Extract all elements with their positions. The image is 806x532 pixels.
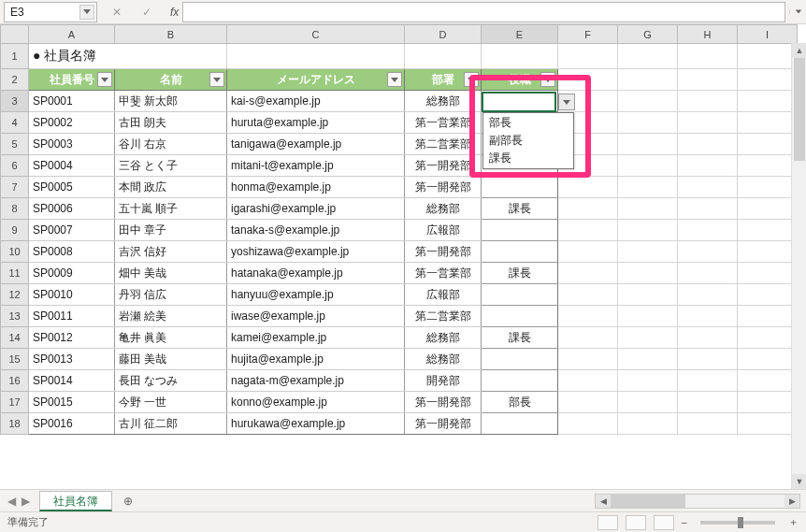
cell-dept[interactable]: 広報部 <box>405 284 482 306</box>
dropdown-option[interactable]: 部長 <box>483 114 573 132</box>
header-dept[interactable]: 部署 <box>405 69 482 91</box>
row-header[interactable]: 9 <box>1 220 29 241</box>
cell-mail[interactable]: mitani-t@example.jp <box>227 155 405 177</box>
cell-employeeno[interactable]: SP0006 <box>29 198 115 220</box>
filter-icon[interactable] <box>209 72 224 87</box>
view-normal-button[interactable] <box>597 515 618 530</box>
cell-role[interactable] <box>482 220 558 241</box>
name-box[interactable]: E3 <box>4 2 97 22</box>
row-header[interactable]: 2 <box>1 69 29 91</box>
row-header[interactable]: 16 <box>1 370 29 392</box>
row-header[interactable]: 11 <box>1 263 29 284</box>
header-mail[interactable]: メールアドレス <box>227 69 405 91</box>
zoom-slider-knob[interactable] <box>738 517 743 528</box>
cell-employeeno[interactable]: SP0010 <box>29 284 115 306</box>
cell-name[interactable]: 長田 なつみ <box>115 370 227 392</box>
cell-mail[interactable]: kai-s@example.jp <box>227 91 405 112</box>
cell-role[interactable]: 部長 <box>482 392 558 413</box>
col-header[interactable]: H <box>678 25 738 44</box>
col-header[interactable]: I <box>738 25 798 44</box>
cell-dept[interactable]: 総務部 <box>405 327 482 349</box>
cell-name[interactable]: 亀井 眞美 <box>115 327 227 349</box>
cell-mail[interactable]: konno@example.jp <box>227 392 405 413</box>
cell-employeeno[interactable]: SP0001 <box>29 91 115 112</box>
cell-name[interactable]: 古川 征二郎 <box>115 413 227 435</box>
cell-name[interactable]: 甲斐 新太郎 <box>115 91 227 112</box>
row-header[interactable]: 7 <box>1 177 29 198</box>
cell-dept[interactable]: 第二営業部 <box>405 134 482 155</box>
dropdown-option[interactable]: 副部長 <box>483 132 573 150</box>
row-header[interactable]: 13 <box>1 306 29 327</box>
data-validation-dropdown-list[interactable]: 部長 副部長 課長 <box>482 112 574 169</box>
row-header[interactable]: 3 <box>1 91 29 112</box>
row-header[interactable]: 4 <box>1 112 29 134</box>
cell-employeeno[interactable]: SP0007 <box>29 220 115 241</box>
view-pagebreak-button[interactable] <box>654 515 674 530</box>
row-header[interactable]: 17 <box>1 392 29 413</box>
header-role[interactable]: 役職 <box>482 69 558 91</box>
data-validation-dropdown-button[interactable] <box>558 93 575 110</box>
cell-name[interactable]: 岩瀬 絵美 <box>115 306 227 327</box>
zoom-slider[interactable] <box>700 521 775 525</box>
dropdown-option[interactable]: 課長 <box>483 150 573 167</box>
row-header[interactable]: 14 <box>1 327 29 349</box>
cell-mail[interactable]: tanigawa@example.jp <box>227 134 405 155</box>
cell-dept[interactable]: 第一営業部 <box>405 263 482 284</box>
cell-dept[interactable]: 第一開発部 <box>405 413 482 435</box>
cell-dept[interactable]: 広報部 <box>405 220 482 241</box>
filter-icon[interactable] <box>387 72 402 87</box>
select-all-corner[interactable] <box>1 25 29 44</box>
name-box-dropdown[interactable] <box>79 5 94 20</box>
scroll-thumb[interactable] <box>611 495 685 508</box>
cell-employeeno[interactable]: SP0015 <box>29 392 115 413</box>
enter-icon[interactable]: ✓ <box>137 3 157 22</box>
cell-employeeno[interactable]: SP0004 <box>29 155 115 177</box>
cell-name[interactable]: 田中 章子 <box>115 220 227 241</box>
cell-employeeno[interactable]: SP0002 <box>29 112 115 134</box>
row-header[interactable]: 18 <box>1 413 29 435</box>
scroll-up-button[interactable]: ▲ <box>792 43 806 58</box>
sheet-tab-active[interactable]: 社員名簿 <box>39 491 112 511</box>
col-header[interactable]: E <box>482 25 558 44</box>
formula-bar[interactable] <box>182 2 785 22</box>
scroll-down-button[interactable]: ▼ <box>792 474 806 489</box>
cell-mail[interactable]: tanaka-s@example.jp <box>227 220 405 241</box>
cell-mail[interactable]: nagata-m@example.jp <box>227 370 405 392</box>
cell-role[interactable]: 課長 <box>482 198 558 220</box>
fx-label[interactable]: fx <box>170 6 179 19</box>
cell-dept[interactable]: 第一開発部 <box>405 155 482 177</box>
cell-role[interactable] <box>482 177 558 198</box>
cell-name[interactable]: 今野 一世 <box>115 392 227 413</box>
cell-name[interactable]: 三谷 とく子 <box>115 155 227 177</box>
cell-mail[interactable]: iwase@example.jp <box>227 306 405 327</box>
cell-dept[interactable]: 第一開発部 <box>405 241 482 263</box>
cell-dept[interactable]: 総務部 <box>405 198 482 220</box>
cell-dept[interactable]: 第一開発部 <box>405 392 482 413</box>
cell-mail[interactable]: huruta@example.jp <box>227 112 405 134</box>
cell-dept[interactable]: 第二営業部 <box>405 306 482 327</box>
col-header[interactable]: A <box>29 25 115 44</box>
header-name[interactable]: 名前 <box>115 69 227 91</box>
formula-bar-expand[interactable] <box>789 9 806 14</box>
cell-role[interactable]: 課長 <box>482 327 558 349</box>
cell-mail[interactable]: igarashi@example.jp <box>227 198 405 220</box>
col-header[interactable]: F <box>558 25 618 44</box>
cell-name[interactable]: 本間 政広 <box>115 177 227 198</box>
zoom-in-button[interactable]: ＋ <box>788 515 799 529</box>
header-employeeno[interactable]: 社員番号 <box>29 69 115 91</box>
cell-role[interactable] <box>482 284 558 306</box>
cell-employeeno[interactable]: SP0012 <box>29 327 115 349</box>
vertical-scrollbar[interactable]: ▲ ▼ <box>791 43 806 489</box>
scroll-thumb[interactable] <box>794 58 805 161</box>
row-header[interactable]: 8 <box>1 198 29 220</box>
filter-icon[interactable] <box>97 72 112 87</box>
row-header[interactable]: 5 <box>1 134 29 155</box>
cell-employeeno[interactable]: SP0003 <box>29 134 115 155</box>
row-header[interactable]: 6 <box>1 155 29 177</box>
cell-dept[interactable]: 総務部 <box>405 349 482 370</box>
new-sheet-button[interactable]: ⊕ <box>118 495 138 508</box>
cancel-icon[interactable]: ✕ <box>107 3 127 22</box>
horizontal-scrollbar[interactable]: ◀ ▶ <box>595 494 800 509</box>
col-header[interactable]: B <box>115 25 227 44</box>
row-header[interactable]: 10 <box>1 241 29 263</box>
